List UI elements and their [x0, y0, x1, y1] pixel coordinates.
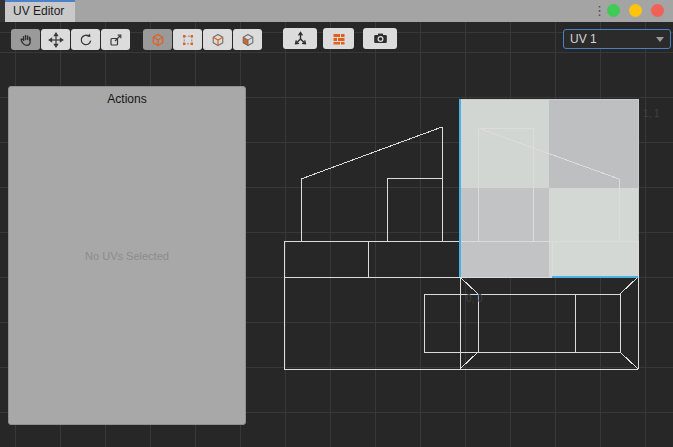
texture-preview-quadrant — [549, 188, 638, 277]
texture-preview-quadrant — [549, 99, 638, 188]
render-uv-button[interactable] — [363, 28, 397, 49]
rotate-tool-button[interactable] — [71, 29, 100, 50]
vertex-select-icon — [180, 32, 196, 48]
bricks-icon — [331, 31, 347, 47]
texture-preview-button[interactable] — [323, 28, 354, 49]
uv-coordinate-label: 0, 0 — [466, 293, 483, 304]
scale-tool-button[interactable] — [101, 29, 130, 50]
tab-uv-editor[interactable]: UV Editor — [5, 0, 75, 22]
texture-preview-quadrant — [460, 188, 549, 277]
move-icon — [48, 32, 64, 48]
vertex-mode-button[interactable] — [173, 29, 202, 50]
window-menu-icon[interactable]: ⋮ — [593, 2, 605, 20]
scale-icon — [108, 32, 124, 48]
rotate-icon — [78, 32, 94, 48]
edge-select-icon — [210, 32, 226, 48]
camera-icon — [372, 30, 389, 47]
uv-channel-dropdown[interactable]: UV 1 — [563, 29, 671, 49]
window-light-red[interactable] — [651, 4, 664, 17]
hand-icon — [18, 32, 34, 48]
face-select-icon — [240, 32, 256, 48]
actions-panel: Actions No UVs Selected — [8, 86, 246, 425]
spread-arrows-icon — [292, 30, 309, 47]
pan-tool-button[interactable] — [11, 29, 40, 50]
window-light-yellow[interactable] — [629, 4, 642, 17]
uv-channel-value: UV 1 — [570, 32, 597, 46]
edge-mode-button[interactable] — [203, 29, 232, 50]
chevron-down-icon — [656, 37, 664, 42]
window-light-green[interactable] — [607, 4, 620, 17]
move-tool-button[interactable] — [41, 29, 70, 50]
tab-title: UV Editor — [13, 4, 64, 18]
titlebar: UV Editor ⋮ — [0, 0, 673, 22]
object-cube-icon — [150, 32, 166, 48]
texture-preview-quadrant — [460, 99, 549, 188]
uv-editor-window: 1, 10, 0 UV Editor ⋮ Actions No UVs Sele… — [0, 0, 673, 447]
actions-empty-message: No UVs Selected — [9, 250, 245, 262]
object-mode-button[interactable] — [143, 29, 172, 50]
face-mode-button[interactable] — [233, 29, 262, 50]
actions-panel-title: Actions — [9, 92, 245, 106]
convert-uv-button[interactable] — [283, 28, 317, 49]
uv-coordinate-label: 1, 1 — [643, 108, 660, 119]
